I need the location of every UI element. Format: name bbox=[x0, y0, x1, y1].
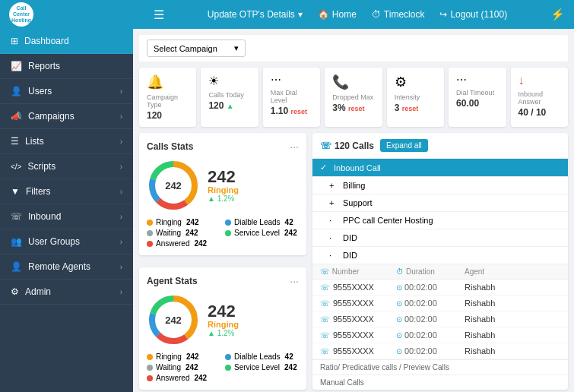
reset-link[interactable]: reset bbox=[348, 105, 365, 112]
bell-icon: 🔔 bbox=[147, 74, 163, 90]
timeclock-label: Timeclock bbox=[384, 9, 425, 20]
sidebar-item-remote-agents[interactable]: 👤 Remote Agents › bbox=[0, 254, 133, 280]
agent-donut-stats: 242 Ringing ▲ 1.2% bbox=[208, 303, 239, 337]
timeclock-nav[interactable]: ⏱ Timeclock bbox=[372, 9, 425, 20]
sidebar-item-lists[interactable]: ☰ Lists › bbox=[0, 129, 133, 154]
legend-dialble: Dialble Leads 42 bbox=[225, 218, 299, 226]
dot-icon: · bbox=[329, 251, 338, 260]
agent-stats-more[interactable]: ··· bbox=[290, 275, 299, 287]
sidebar-item-campaigns[interactable]: 📣 Campaigns › bbox=[0, 104, 133, 129]
chevron-right-icon: › bbox=[120, 188, 122, 196]
filters-icon: ▼ bbox=[11, 186, 20, 197]
call-tree-did2[interactable]: · DID bbox=[312, 247, 568, 264]
sidebar-item-filters[interactable]: ▼ Filters › bbox=[0, 179, 133, 204]
campaign-bar: Select Campaign ▾ bbox=[139, 35, 568, 62]
sidebar-label-dashboard: Dashboard bbox=[24, 36, 69, 46]
lists-icon: ☰ bbox=[11, 136, 19, 147]
sidebar-item-inbound[interactable]: ☏ Inbound › bbox=[0, 204, 133, 229]
logout-nav[interactable]: ↪ Logout (1100) bbox=[439, 9, 507, 20]
agent-stats-header: Agent Stats ··· bbox=[147, 275, 299, 287]
table-row: ☏ 9555XXXX ⊙ 00:02:00 Rishabh bbox=[312, 280, 568, 296]
dial-icon: ⋯ bbox=[456, 74, 467, 86]
row-clock-icon: ⊙ bbox=[396, 283, 402, 292]
stat-card-campaign-type: 🔔 Campaign Type 120 bbox=[139, 68, 196, 127]
stat-card-intensity: ⚙ Intensity 3 reset bbox=[387, 68, 444, 127]
answered-dot bbox=[147, 241, 153, 247]
row-clock-icon: ⊙ bbox=[396, 299, 402, 308]
update-otp-nav[interactable]: Update OTP's Details ▾ bbox=[208, 9, 303, 20]
agent-donut-chart: 242 bbox=[147, 293, 200, 346]
reset-link[interactable]: reset bbox=[402, 105, 419, 112]
calls-stats-header: Calls Stats ··· bbox=[147, 141, 299, 153]
agent-waiting-dot bbox=[147, 365, 153, 371]
home-nav[interactable]: 🏠 Home bbox=[318, 9, 357, 20]
call-tree-ppc[interactable]: · PPC call Center Hosting bbox=[312, 212, 568, 229]
agent-legend-service: Service Level 242 bbox=[225, 363, 299, 371]
calls-stats-more[interactable]: ··· bbox=[290, 141, 299, 153]
inbound-arrow-icon: ↓ bbox=[519, 74, 525, 87]
calls-panel-title: ☏ 120 Calls bbox=[320, 141, 374, 151]
clock-col-icon: ⏱ bbox=[396, 267, 404, 276]
sidebar-label-user-groups: User Groups bbox=[28, 236, 80, 247]
main-content: Select Campaign ▾ 🔔 Campaign Type 120 ☀ … bbox=[133, 29, 574, 392]
sidebar-label-scripts: Scripts bbox=[27, 161, 55, 172]
user-groups-icon: 👥 bbox=[11, 236, 22, 247]
nav-center: Update OTP's Details ▾ 🏠 Home ⏱ Timecloc… bbox=[176, 9, 538, 20]
sidebar-label-lists: Lists bbox=[25, 136, 44, 147]
agent-donut-center: 242 bbox=[165, 315, 182, 326]
call-tree-did1[interactable]: · DID bbox=[312, 229, 568, 247]
logout-icon: ↪ bbox=[439, 9, 447, 20]
col-number: ☏ Number bbox=[320, 267, 396, 276]
hamburger-menu[interactable]: ☰ bbox=[154, 8, 164, 22]
sidebar-item-scripts[interactable]: </> Scripts › bbox=[0, 154, 133, 179]
stat-card-dial-timeout: ⋯ Dial Timeout 60.00 bbox=[449, 68, 506, 127]
legend-ringing: Ringing 242 bbox=[147, 218, 220, 226]
campaign-select[interactable]: Select Campaign ▾ bbox=[147, 40, 246, 57]
calls-main-num: 242 bbox=[208, 169, 239, 185]
legend-answered: Answered 242 bbox=[147, 239, 220, 248]
sidebar-item-reports[interactable]: 📈 Reports bbox=[0, 54, 133, 79]
agent-ringing-label: Ringing bbox=[208, 320, 239, 329]
stat-card-dropped-max: 📞 Dropped Max 3% reset bbox=[325, 68, 382, 127]
sidebar-label-inbound: Inbound bbox=[28, 211, 61, 222]
phone-down-icon: 📞 bbox=[332, 74, 349, 90]
agent-legend: Ringing 242 Dialble Leads 42 Waiting 242 bbox=[147, 352, 299, 382]
logo-area: CallCenterHosting bbox=[9, 2, 138, 27]
call-tree-support[interactable]: + Support bbox=[312, 194, 568, 212]
sidebar-label-users: Users bbox=[28, 86, 52, 96]
sidebar-item-dashboard[interactable]: ⊞ Dashboard bbox=[0, 29, 133, 54]
call-tree-billing[interactable]: + Billing bbox=[312, 177, 568, 194]
calls-donut-chart: 242 bbox=[147, 159, 200, 212]
sidebar-label-reports: Reports bbox=[28, 61, 60, 71]
row-clock-icon: ⊙ bbox=[396, 315, 402, 324]
share-icon[interactable]: ⚡ bbox=[550, 8, 565, 21]
remote-agents-icon: 👤 bbox=[11, 261, 22, 272]
col-duration: ⏱ Duration bbox=[396, 267, 465, 276]
sidebar-item-user-groups[interactable]: 👥 User Groups › bbox=[0, 229, 133, 254]
chevron-right-icon: › bbox=[120, 263, 122, 271]
home-icon: 🏠 bbox=[318, 9, 329, 20]
call-tree-inbound[interactable]: ✓ Inbound Call bbox=[312, 159, 568, 177]
stat-card-calls-today: ☀ Calls Today 120 ▲ bbox=[201, 68, 258, 127]
agent-donut-area: 242 242 Ringing ▲ 1.2% bbox=[147, 293, 299, 346]
chevron-right-icon: › bbox=[120, 163, 122, 171]
row-phone-icon: ☏ bbox=[320, 331, 330, 340]
sidebar-item-users[interactable]: 👤 Users › bbox=[0, 79, 133, 104]
plus-icon: + bbox=[329, 198, 338, 207]
sidebar: ⊞ Dashboard 📈 Reports 👤 Users › 📣 Campai… bbox=[0, 29, 133, 392]
dialble-dot bbox=[225, 220, 231, 226]
dropdown-chevron-icon: ▾ bbox=[234, 43, 239, 53]
reset-link[interactable]: reset bbox=[291, 108, 308, 115]
expand-all-button[interactable]: Expand all bbox=[380, 139, 428, 152]
chevron-right-icon: › bbox=[120, 288, 122, 296]
two-column-area: Calls Stats ··· bbox=[139, 133, 568, 392]
legend-waiting: Waiting 242 bbox=[147, 229, 220, 237]
sidebar-item-admin[interactable]: ⚙ Admin › bbox=[0, 280, 133, 305]
table-row: ☏ 9555XXXX ⊙ 00:02:00 Rishabh bbox=[312, 296, 568, 311]
chevron-right-icon: › bbox=[120, 112, 122, 121]
legend-service-level: Service Level 242 bbox=[225, 229, 299, 237]
calls-donut-area: 242 242 Ringing ▲ 1.2% bbox=[147, 159, 299, 212]
calls-table-header: ☏ Number ⏱ Duration Agent bbox=[312, 264, 568, 280]
stat-card-max-dial: ⋯ Max Dial Level 1.10 reset bbox=[263, 68, 320, 127]
agent-legend-answered: Answered 242 bbox=[147, 374, 220, 382]
